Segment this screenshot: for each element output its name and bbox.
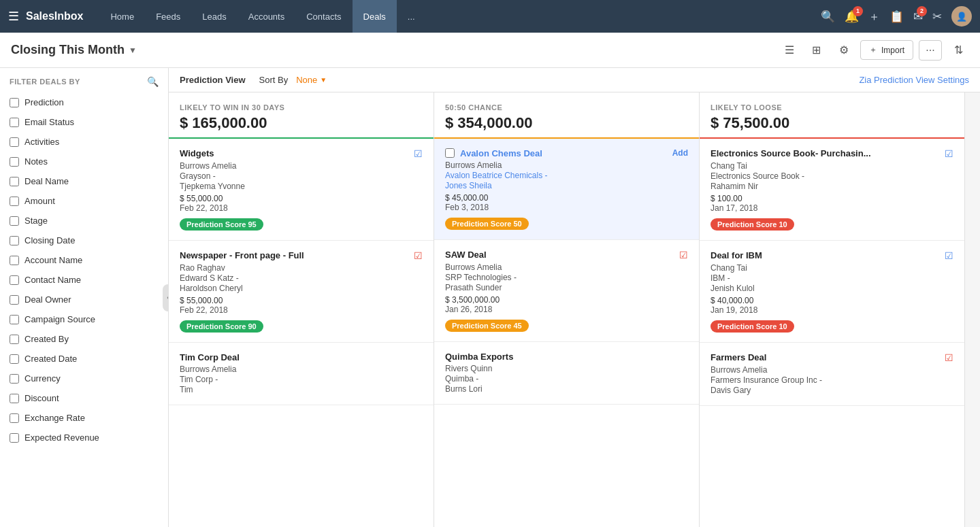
sidebar-collapse-handle[interactable]: ‹	[163, 284, 169, 311]
card-name-electronics[interactable]: Electronics Source Book- Purchasin...	[710, 148, 871, 158]
card-company-link-avalon[interactable]: Avalon Beatrice Chemicals -	[445, 171, 548, 180]
sidebar-item-exchangerate[interactable]: Exchange Rate	[0, 408, 168, 428]
kanban-col-likely-win: LIKELY TO WIN IN 30 DAYS $ 165,000.00 Wi…	[169, 92, 434, 527]
card-quimba[interactable]: Quimba Exports Rivers Quinn Quimba - Bur…	[434, 342, 699, 405]
more-options-button[interactable]: ···	[919, 40, 942, 61]
import-button[interactable]: ＋ Import	[860, 40, 913, 60]
card-ibm[interactable]: Deal for IBM ☑ Chang Tai IBM - Jenish Ku…	[700, 241, 964, 343]
card-date-widgets: Feb 22, 2018	[180, 203, 423, 213]
createdby-checkbox[interactable]	[10, 335, 19, 344]
expectedrevenue-checkbox[interactable]	[10, 433, 19, 443]
sidebar-item-notes[interactable]: Notes	[0, 152, 168, 171]
nav-feeds[interactable]: Feeds	[145, 0, 191, 33]
card-company-avalon[interactable]: Avalon Beatrice Chemicals -	[445, 171, 688, 180]
sidebar-item-label-prediction: Prediction	[24, 97, 64, 107]
add-icon[interactable]: ＋	[868, 9, 880, 24]
notifications-icon[interactable]: 🔔 1	[845, 10, 859, 24]
card-edit-icon-widgets[interactable]: ☑	[414, 148, 423, 159]
notes-checkbox[interactable]	[10, 157, 19, 167]
card-farmers[interactable]: Farmers Deal ☑ Burrows Amelia Farmers In…	[700, 343, 964, 406]
emailstatus-checkbox[interactable]	[10, 118, 19, 127]
sidebar-item-createddate[interactable]: Created Date	[0, 349, 168, 369]
accountname-checkbox[interactable]	[10, 256, 19, 265]
list-view-icon[interactable]: ☰	[779, 39, 800, 61]
stage-checkbox[interactable]	[10, 216, 19, 226]
sidebar-item-campaignsource[interactable]: Campaign Source	[0, 309, 168, 329]
settings-view-icon[interactable]: ⚙	[833, 39, 855, 61]
sort-icon[interactable]: ⇅	[947, 39, 969, 61]
sidebar-item-amount[interactable]: Amount	[0, 191, 168, 211]
card-name-saw[interactable]: SAW Deal	[445, 250, 487, 260]
card-person-avalon[interactable]: Jones Sheila	[445, 181, 688, 190]
card-add-btn-avalon[interactable]: Add	[672, 148, 688, 158]
sidebar-item-contactname[interactable]: Contact Name	[0, 270, 168, 290]
search-icon[interactable]: 🔍	[821, 10, 835, 24]
card-name-newspaper[interactable]: Newspaper - Front page - Full	[180, 250, 304, 260]
card-newspaper[interactable]: Newspaper - Front page - Full ☑ Rao Ragh…	[169, 241, 434, 343]
card-person-link-avalon[interactable]: Jones Sheila	[445, 181, 492, 190]
card-name-timcorp[interactable]: Tim Corp Deal	[180, 352, 240, 362]
mail-icon[interactable]: ✉ 2	[913, 10, 923, 24]
contactname-checkbox[interactable]	[10, 275, 19, 285]
card-widgets[interactable]: Widgets ☑ Burrows Amelia Grayson - Tjepk…	[169, 139, 434, 241]
menu-icon[interactable]: ☰	[8, 9, 19, 24]
card-name-widgets[interactable]: Widgets	[180, 148, 214, 158]
sidebar-item-accountname[interactable]: Account Name	[0, 250, 168, 270]
sidebar-item-expectedrevenue[interactable]: Expected Revenue	[0, 428, 168, 447]
nav-leads[interactable]: Leads	[191, 0, 237, 33]
currency-checkbox[interactable]	[10, 374, 19, 384]
amount-checkbox[interactable]	[10, 197, 19, 206]
card-edit-icon-electronics[interactable]: ☑	[945, 148, 953, 159]
card-name-avalon[interactable]: Avalon Chems Deal	[460, 148, 542, 158]
card-name-farmers[interactable]: Farmers Deal	[710, 352, 766, 362]
calendar-icon[interactable]: 📋	[889, 10, 904, 24]
card-edit-icon-farmers[interactable]: ☑	[945, 352, 953, 363]
sidebar-item-discount[interactable]: Discount	[0, 388, 168, 408]
nav-contacts[interactable]: Contacts	[295, 0, 352, 33]
dealowner-checkbox[interactable]	[10, 295, 19, 305]
card-saw[interactable]: SAW Deal ☑ Burrows Amelia SRP Technologi…	[434, 240, 699, 342]
card-name-ibm[interactable]: Deal for IBM	[710, 250, 762, 260]
exchangerate-checkbox[interactable]	[10, 413, 19, 423]
zia-settings-link[interactable]: Zia Prediction View Settings	[859, 75, 969, 85]
card-edit-icon-saw[interactable]: ☑	[679, 250, 688, 260]
card-contact-newspaper: Rao Raghav	[180, 263, 423, 273]
sidebar-item-dealowner[interactable]: Deal Owner	[0, 290, 168, 309]
columns-view-icon[interactable]: ⊞	[806, 39, 828, 61]
sort-select[interactable]: None ▼	[296, 75, 327, 85]
campaignsource-checkbox[interactable]	[10, 315, 19, 324]
card-avalon[interactable]: Avalon Chems Deal Add Burrows Amelia Ava…	[434, 139, 699, 240]
card-edit-icon-ibm[interactable]: ☑	[945, 250, 953, 261]
nav-deals[interactable]: Deals	[353, 0, 397, 33]
sidebar-item-emailstatus[interactable]: Email Status	[0, 112, 168, 132]
card-checkbox-avalon[interactable]	[445, 148, 455, 158]
closingdate-checkbox[interactable]	[10, 236, 19, 245]
card-name-quimba[interactable]: Quimba Exports	[445, 352, 513, 362]
activities-checkbox[interactable]	[10, 137, 19, 147]
dealname-checkbox[interactable]	[10, 177, 19, 186]
sidebar-item-closingdate[interactable]: Closing Date	[0, 231, 168, 250]
card-timcorp[interactable]: Tim Corp Deal Burrows Amelia Tim Corp - …	[169, 343, 434, 405]
card-edit-icon-newspaper[interactable]: ☑	[414, 250, 423, 261]
title-dropdown-icon[interactable]: ▼	[129, 46, 137, 55]
prediction-checkbox[interactable]	[10, 98, 19, 107]
sidebar-item-prediction[interactable]: Prediction	[0, 92, 168, 112]
sidebar-item-dealname[interactable]: Deal Name	[0, 171, 168, 191]
avatar[interactable]: 👤	[951, 6, 972, 27]
settings-icon[interactable]: ✂	[932, 10, 942, 24]
page-title[interactable]: Closing This Month ▼	[11, 43, 137, 57]
sidebar-item-createdby[interactable]: Created By	[0, 329, 168, 349]
sidebar-search-icon[interactable]: 🔍	[147, 76, 159, 87]
sidebar-item-activities[interactable]: Activities	[0, 132, 168, 152]
createddate-checkbox[interactable]	[10, 354, 19, 364]
nav-home[interactable]: Home	[99, 0, 145, 33]
kanban-col-likely-lose: LIKELY TO LOOSE $ 75,500.00 Electronics …	[700, 92, 965, 527]
col-title-fifty: 50:50 CHANCE	[445, 103, 688, 112]
sidebar-item-stage[interactable]: Stage	[0, 211, 168, 231]
discount-checkbox[interactable]	[10, 394, 19, 403]
card-person-newspaper: Haroldson Cheryl	[180, 284, 423, 293]
card-electronics[interactable]: Electronics Source Book- Purchasin... ☑ …	[700, 139, 964, 241]
nav-accounts[interactable]: Accounts	[238, 0, 295, 33]
sidebar-item-currency[interactable]: Currency	[0, 369, 168, 388]
nav-more[interactable]: ...	[397, 0, 426, 33]
